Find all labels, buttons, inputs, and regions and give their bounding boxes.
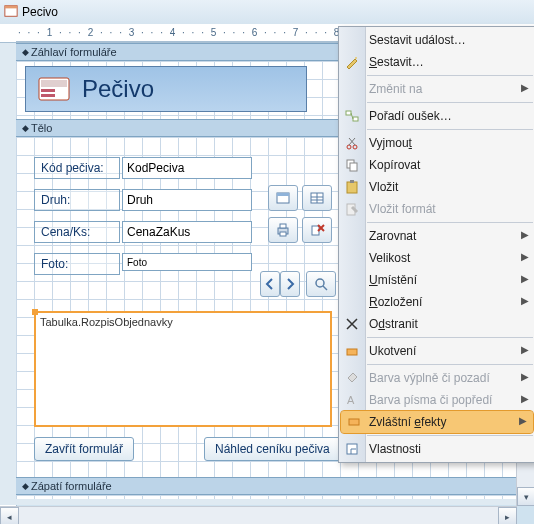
menu-position[interactable]: Umístění▶ bbox=[339, 269, 534, 291]
menu-font-color: ABarva písma či popředí▶ bbox=[339, 389, 534, 411]
wand-icon bbox=[343, 53, 361, 71]
collapse-icon: ◆ bbox=[22, 123, 29, 133]
button-nav-prev[interactable] bbox=[260, 271, 280, 297]
field-cena[interactable]: CenaZaKus bbox=[122, 221, 252, 243]
svg-rect-1 bbox=[5, 6, 17, 9]
section-body-label: Tělo bbox=[31, 122, 52, 134]
svg-rect-14 bbox=[280, 232, 286, 236]
paste-icon bbox=[343, 178, 361, 196]
font-color-icon: A bbox=[343, 391, 361, 409]
menu-separator bbox=[367, 364, 533, 365]
submenu-arrow-icon: ▶ bbox=[521, 393, 529, 404]
svg-rect-5 bbox=[41, 94, 55, 97]
form-title-block[interactable]: Pečivo bbox=[26, 67, 306, 111]
scroll-down-button[interactable]: ▾ bbox=[517, 487, 534, 506]
footer-section[interactable] bbox=[16, 495, 534, 499]
button-form-view[interactable] bbox=[268, 185, 298, 211]
context-menu: Sestavit událost… SSestavit…estavit… Změ… bbox=[338, 26, 534, 463]
menu-properties[interactable]: Vlastnosti bbox=[339, 438, 534, 460]
copy-icon bbox=[343, 156, 361, 174]
label-cena[interactable]: Cena/Ks: bbox=[34, 221, 120, 243]
menu-separator bbox=[367, 222, 533, 223]
tab-title: Pecivo bbox=[22, 5, 58, 19]
scroll-left-button[interactable]: ◂ bbox=[0, 507, 19, 524]
svg-rect-4 bbox=[41, 89, 55, 92]
anchor-icon bbox=[343, 342, 361, 360]
menu-cut[interactable]: Vyjmout bbox=[339, 132, 534, 154]
menu-copy[interactable]: Kopírovat bbox=[339, 154, 534, 176]
section-footer-label: Zápatí formuláře bbox=[31, 480, 112, 492]
menu-size[interactable]: Velikost▶ bbox=[339, 247, 534, 269]
field-druh[interactable]: Druh bbox=[122, 189, 252, 211]
preview-button[interactable]: Náhled ceníku pečiva bbox=[204, 437, 341, 461]
menu-layout[interactable]: Rozložení▶ bbox=[339, 291, 534, 313]
button-datasheet-view[interactable] bbox=[302, 185, 332, 211]
submenu-arrow-icon: ▶ bbox=[521, 251, 529, 262]
submenu-arrow-icon: ▶ bbox=[521, 229, 529, 240]
label-druh[interactable]: Druh: bbox=[34, 189, 120, 211]
menu-special-effects[interactable]: Zvláštní efekty▶ bbox=[341, 411, 533, 433]
menu-separator bbox=[367, 129, 533, 130]
submenu-arrow-icon: ▶ bbox=[521, 295, 529, 306]
scissors-icon bbox=[343, 134, 361, 152]
tab-header: Pecivo bbox=[0, 0, 534, 24]
subform-container[interactable]: Tabulka.RozpisObjednavky bbox=[34, 311, 332, 427]
svg-line-19 bbox=[323, 286, 327, 290]
section-footer-bar[interactable]: ◆Zápatí formuláře bbox=[16, 477, 534, 495]
svg-point-23 bbox=[347, 145, 351, 149]
svg-point-24 bbox=[353, 145, 357, 149]
label-kod[interactable]: Kód pečiva: bbox=[34, 157, 120, 179]
horizontal-scrollbar[interactable]: ◂ ▸ bbox=[0, 506, 517, 524]
field-kod[interactable]: KodPeciva bbox=[122, 157, 252, 179]
subform-caption: Tabulka.RozpisObjednavky bbox=[36, 313, 330, 331]
menu-separator bbox=[367, 75, 533, 76]
section-header-label: Záhlaví formuláře bbox=[31, 46, 117, 58]
menu-paste-format: Vložit formát bbox=[339, 198, 534, 220]
button-print[interactable] bbox=[268, 217, 298, 243]
menu-build[interactable]: SSestavit…estavit… bbox=[339, 51, 534, 73]
menu-separator bbox=[367, 102, 533, 103]
field-foto[interactable]: Foto bbox=[122, 253, 252, 271]
submenu-arrow-icon: ▶ bbox=[521, 344, 529, 355]
svg-rect-21 bbox=[346, 111, 351, 115]
svg-rect-7 bbox=[277, 193, 289, 196]
scroll-right-button[interactable]: ▸ bbox=[498, 507, 517, 524]
effects-icon bbox=[345, 413, 363, 431]
svg-rect-32 bbox=[349, 419, 359, 425]
submenu-arrow-icon: ▶ bbox=[521, 82, 529, 93]
menu-change-to: Změnit na▶ bbox=[339, 78, 534, 100]
selection-handle[interactable] bbox=[32, 309, 38, 315]
svg-rect-30 bbox=[347, 349, 357, 355]
svg-point-18 bbox=[316, 279, 324, 287]
submenu-arrow-icon: ▶ bbox=[519, 415, 527, 426]
menu-delete[interactable]: Odstranit bbox=[339, 313, 534, 335]
form-design-window: Pecivo · · · 1 · · · 2 · · · 3 · · · 4 ·… bbox=[0, 0, 534, 524]
properties-icon bbox=[343, 440, 361, 458]
menu-align[interactable]: Zarovnat▶ bbox=[339, 225, 534, 247]
paste-format-icon bbox=[343, 200, 361, 218]
delete-icon bbox=[343, 315, 361, 333]
button-find[interactable] bbox=[306, 271, 336, 297]
menu-separator bbox=[367, 337, 533, 338]
form-title: Pečivo bbox=[82, 75, 154, 103]
svg-text:A: A bbox=[347, 394, 355, 406]
menu-build-event[interactable]: Sestavit událost… bbox=[339, 29, 534, 51]
menu-anchor[interactable]: Ukotvení▶ bbox=[339, 340, 534, 362]
svg-rect-22 bbox=[353, 117, 358, 121]
menu-tab-order[interactable]: Pořadí oušek… bbox=[339, 105, 534, 127]
menu-paste[interactable]: Vložit bbox=[339, 176, 534, 198]
button-delete-record[interactable] bbox=[302, 217, 332, 243]
svg-rect-28 bbox=[350, 180, 354, 183]
svg-rect-26 bbox=[350, 163, 357, 171]
submenu-arrow-icon: ▶ bbox=[521, 371, 529, 382]
collapse-icon: ◆ bbox=[22, 481, 29, 491]
collapse-icon: ◆ bbox=[22, 47, 29, 57]
button-nav-next[interactable] bbox=[280, 271, 300, 297]
close-form-button[interactable]: Zavřít formulář bbox=[34, 437, 134, 461]
label-foto[interactable]: Foto: bbox=[34, 253, 120, 275]
menu-separator bbox=[367, 435, 533, 436]
svg-rect-13 bbox=[280, 224, 286, 228]
bucket-icon bbox=[343, 369, 361, 387]
svg-point-20 bbox=[355, 57, 357, 59]
svg-rect-27 bbox=[347, 182, 357, 193]
